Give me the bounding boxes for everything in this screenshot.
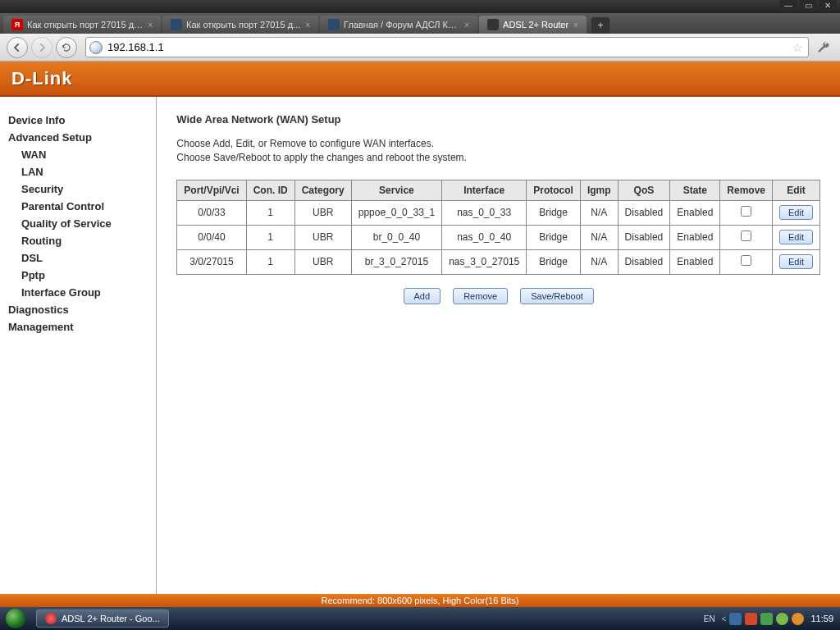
edit-button[interactable]: Edit	[779, 230, 813, 244]
main-content: Wide Area Network (WAN) Setup Choose Add…	[157, 97, 840, 594]
address-input[interactable]	[107, 41, 792, 53]
sidebar-item-advanced-setup[interactable]: Advanced Setup	[8, 129, 153, 146]
windows-orb-icon	[6, 609, 25, 628]
tab-close-icon[interactable]: ×	[573, 21, 578, 30]
arrow-right-icon	[36, 42, 48, 53]
router-page: D-Link Device Info Advanced Setup WAN LA…	[0, 62, 840, 607]
sidebar-item-security[interactable]: Security	[8, 180, 153, 198]
tab-label: Как открыть порт 27015 дл...	[27, 20, 143, 30]
table-header: Con. ID	[246, 180, 294, 200]
browser-tab[interactable]: Главная / Форум АДСЛ Клуб... ×	[320, 16, 477, 34]
remove-checkbox[interactable]	[741, 206, 751, 217]
edit-button[interactable]: Edit	[779, 254, 813, 269]
table-row: 3/0/270151UBRbr_3_0_27015nas_3_0_27015Br…	[177, 249, 820, 274]
arrow-left-icon	[11, 42, 23, 53]
sidebar-item-qos[interactable]: Quality of Service	[8, 215, 153, 232]
favicon-icon	[487, 19, 499, 30]
table-cell: Disabled	[618, 225, 670, 249]
remove-cell	[720, 200, 773, 225]
sidebar-item-routing[interactable]: Routing	[8, 232, 153, 249]
tray-icon[interactable]	[776, 613, 788, 625]
table-cell: pppoe_0_0_33_1	[351, 200, 441, 225]
table-cell: Disabled	[618, 200, 670, 225]
start-button[interactable]	[0, 607, 31, 630]
address-bar[interactable]: ☆	[85, 37, 809, 57]
brand-logo: D-Link	[11, 68, 72, 89]
tab-label: Главная / Форум АДСЛ Клуб...	[344, 20, 459, 30]
sidebar-item-dsl[interactable]: DSL	[8, 249, 153, 267]
table-cell: N/A	[580, 200, 618, 225]
add-button[interactable]: Add	[404, 288, 441, 304]
table-header: Interface	[442, 180, 527, 200]
remove-checkbox[interactable]	[741, 231, 751, 241]
tray-icon[interactable]	[745, 613, 757, 625]
browser-tab[interactable]: Как открыть порт 27015 д... ×	[162, 16, 318, 34]
remove-button[interactable]: Remove	[453, 288, 508, 304]
table-header: Protocol	[527, 180, 581, 200]
table-cell: Bridge	[527, 200, 581, 225]
maximize-button[interactable]: ▭	[799, 0, 817, 11]
minimize-button[interactable]: —	[779, 0, 797, 11]
page-description: Choose Add, Edit, or Remove to configure…	[176, 137, 820, 165]
page-title: Wide Area Network (WAN) Setup	[176, 113, 820, 126]
system-tray: EN < 11:59	[697, 607, 840, 630]
favicon-icon	[328, 19, 340, 30]
sidebar-item-device-info[interactable]: Device Info	[8, 112, 153, 129]
sidebar-item-diagnostics[interactable]: Diagnostics	[8, 301, 153, 318]
action-row: Add Remove Save/Reboot	[176, 288, 820, 304]
save-reboot-button[interactable]: Save/Reboot	[520, 288, 594, 304]
browser-tab[interactable]: Я Как открыть порт 27015 дл... ×	[3, 16, 161, 34]
tab-close-icon[interactable]: ×	[305, 21, 310, 30]
tab-close-icon[interactable]: ×	[148, 21, 153, 30]
sidebar-item-interface-group[interactable]: Interface Group	[8, 284, 153, 301]
table-header: Igmp	[580, 180, 618, 200]
table-cell: Enabled	[670, 225, 720, 249]
table-cell: nas_0_0_40	[442, 225, 527, 249]
tab-close-icon[interactable]: ×	[464, 21, 469, 30]
sidebar-item-pptp[interactable]: Pptp	[8, 267, 153, 284]
table-cell: 1	[246, 200, 294, 225]
tray-expand-icon[interactable]: <	[722, 614, 727, 623]
sidebar-nav: Device Info Advanced Setup WAN LAN Secur…	[0, 97, 157, 594]
edit-cell: Edit	[773, 249, 820, 274]
table-cell: br_0_0_40	[351, 225, 441, 249]
table-cell: N/A	[580, 249, 618, 274]
sidebar-item-parental-control[interactable]: Parental Control	[8, 198, 153, 215]
settings-wrench-button[interactable]	[814, 38, 833, 57]
table-row: 0/0/401UBRbr_0_0_40nas_0_0_40BridgeN/ADi…	[177, 225, 820, 249]
table-cell: UBR	[294, 249, 351, 274]
taskbar-app[interactable]: ADSL 2+ Router - Goo...	[36, 609, 169, 628]
sidebar-item-lan[interactable]: LAN	[8, 163, 153, 180]
browser-tab-active[interactable]: ADSL 2+ Router ×	[479, 16, 587, 34]
close-window-button[interactable]: ✕	[819, 0, 837, 11]
taskbar-app-label: ADSL 2+ Router - Goo...	[62, 614, 160, 623]
table-cell: 0/0/33	[177, 200, 246, 225]
edit-cell: Edit	[773, 225, 820, 249]
table-cell: Bridge	[527, 225, 581, 249]
footer-strip: Recommend: 800x600 pixels, High Color(16…	[0, 594, 840, 607]
forward-button[interactable]	[31, 37, 52, 58]
sidebar-item-management[interactable]: Management	[8, 318, 153, 336]
remove-checkbox[interactable]	[741, 255, 751, 266]
yandex-favicon-icon: Я	[11, 19, 23, 30]
table-header: Remove	[720, 180, 773, 200]
table-header: State	[670, 180, 720, 200]
new-tab-button[interactable]: +	[591, 17, 609, 34]
back-button[interactable]	[7, 37, 28, 58]
taskbar-clock[interactable]: 11:59	[810, 614, 833, 623]
sidebar-item-wan[interactable]: WAN	[8, 146, 153, 163]
tray-icon[interactable]	[729, 613, 742, 625]
tray-icon[interactable]	[792, 613, 804, 625]
language-indicator[interactable]: EN	[704, 614, 715, 623]
table-cell: nas_3_0_27015	[442, 249, 527, 274]
table-cell: Disabled	[618, 249, 670, 274]
tray-icon[interactable]	[760, 613, 773, 625]
reload-button[interactable]	[56, 37, 77, 58]
favicon-icon	[171, 19, 182, 30]
bookmark-star-icon[interactable]: ☆	[792, 41, 803, 54]
edit-button[interactable]: Edit	[779, 205, 813, 220]
chrome-icon	[45, 613, 57, 624]
table-cell: Enabled	[670, 200, 720, 225]
table-header: Port/Vpi/Vci	[177, 180, 246, 200]
table-cell: Enabled	[670, 249, 720, 274]
